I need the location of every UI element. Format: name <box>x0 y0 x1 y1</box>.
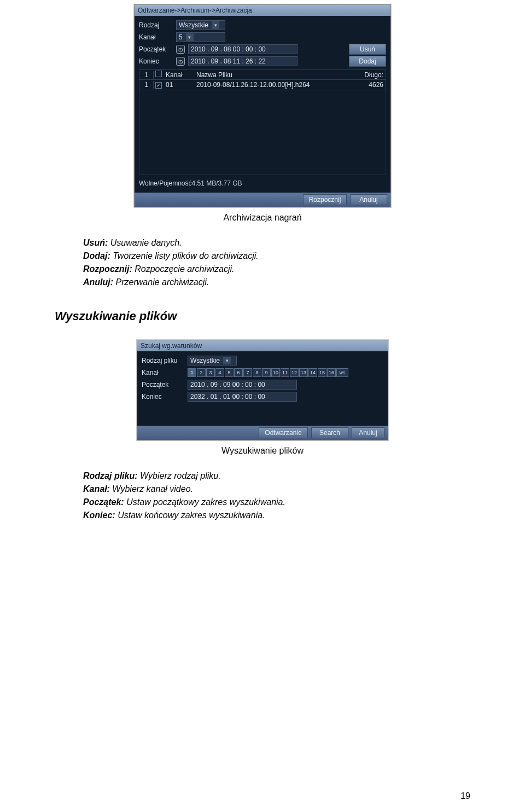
def-rodzaj-val: Wybierz rodzaj pliku. <box>140 471 221 480</box>
channel-button[interactable]: 4 <box>215 368 224 377</box>
def-koniec-val: Ustaw końcowy zakres wyszukiwania. <box>118 511 265 520</box>
kanal-value: 5 <box>179 33 183 41</box>
def-kanal-val: Wybierz kanał video. <box>112 484 193 494</box>
rozpocznij-button[interactable]: Rozpocznij <box>303 194 347 205</box>
poczatek-input[interactable]: 2010 . 09 . 09 00 : 00 : 00 <box>188 380 297 390</box>
def-poczatek-key: Początek: <box>83 497 124 507</box>
channel-button[interactable]: 15 <box>318 368 326 377</box>
table-header: 1 Kanał Nazwa Pliku Długo: <box>139 70 386 80</box>
label-kanal: Kanał <box>139 33 173 41</box>
definitions-2: Rodzaj pliku: Wybierz rodzaj pliku. Kana… <box>83 471 470 520</box>
def-rozpocznij-key: Rozpocznij: <box>83 264 132 274</box>
def-anuluj-val: Przerwanie archiwizacji. <box>116 277 209 287</box>
def-usun-val: Usuwanie danych. <box>110 238 182 247</box>
koniec-input[interactable]: 2032 . 01 . 01 00 : 00 : 00 <box>188 392 297 402</box>
rodzaj-dropdown[interactable]: Wszystkie ▾ <box>176 20 225 30</box>
cell-kanal: 01 <box>164 81 194 89</box>
label-rodzaj: Rodzaj <box>139 21 173 29</box>
def-poczatek-val: Ustaw początkowy zakres wyszukiwania. <box>126 497 285 507</box>
def-rozpocznij-val: Rozpoczęcie archiwizacji. <box>135 264 234 274</box>
search-window: Szukaj wg.warunków Rodzaj pliku Wszystki… <box>137 340 388 440</box>
channel-selector: 1 2 3 4 5 6 7 8 9 10 11 12 13 14 15 16 w… <box>188 368 348 377</box>
channel-button[interactable]: 12 <box>290 368 299 377</box>
cell-dlugo: 4626 <box>358 81 386 89</box>
channel-button[interactable]: 16 <box>327 368 336 377</box>
titlebar: Szukaj wg.warunków <box>137 340 388 351</box>
anuluj-button[interactable]: Anuluj <box>352 427 384 438</box>
dodaj-button[interactable]: Dodaj <box>349 56 386 67</box>
caption-wyszukiwanie: Wyszukiwanie plików <box>55 446 470 456</box>
rodzaj-pliku-dropdown[interactable]: Wszystkie ▾ <box>188 356 237 366</box>
def-anuluj-key: Anuluj: <box>83 277 113 287</box>
channel-button[interactable]: 9 <box>262 368 271 377</box>
col-nazwa: Nazwa Pliku <box>194 71 358 79</box>
channel-button[interactable]: 7 <box>243 368 252 377</box>
label-koniec: Koniec <box>142 393 184 401</box>
label-rodzaj-pliku: Rodzaj pliku <box>142 357 184 364</box>
col-n: 1 <box>139 71 154 79</box>
chevron-down-icon: ▾ <box>223 357 231 364</box>
channel-button[interactable]: ws <box>336 368 348 377</box>
table-blank <box>139 90 386 175</box>
cell-nazwa: 2010-09-08/11.26.12-12.00.00[H].h264 <box>194 81 358 89</box>
definitions-1: Usuń: Usuwanie danych. Dodaj: Tworzenie … <box>83 238 470 287</box>
channel-button[interactable]: 11 <box>281 368 289 377</box>
caption-archiwizacja: Archiwizacja nagrań <box>55 213 470 223</box>
def-rodzaj-key: Rodzaj pliku: <box>83 471 138 480</box>
checkbox-all[interactable] <box>155 71 162 77</box>
status-text: Wolne/Pojemność4.51 MB/3.77 GB <box>139 178 386 188</box>
file-table: 1 Kanał Nazwa Pliku Długo: 1 ✓ 01 2010-0… <box>139 69 386 90</box>
archive-window: Odtwarzanie->Archiwum->Archiwizacja Rodz… <box>134 4 391 207</box>
chevron-down-icon: ▾ <box>186 33 194 41</box>
label-kanal: Kanał <box>142 369 184 376</box>
window-footer: Rozpocznij Anuluj <box>135 193 390 207</box>
anuluj-button[interactable]: Anuluj <box>350 194 387 205</box>
table-row[interactable]: 1 ✓ 01 2010-09-08/11.26.12-12.00.00[H].h… <box>139 80 386 90</box>
def-koniec-key: Koniec: <box>83 511 115 520</box>
checkbox-row[interactable]: ✓ <box>155 82 162 89</box>
poczatek-input[interactable]: 2010 . 09 . 08 00 : 00 : 00 <box>188 44 298 54</box>
channel-button[interactable]: 8 <box>253 368 261 377</box>
clock-icon[interactable]: ◷ <box>176 45 185 54</box>
cell-n: 1 <box>139 81 154 89</box>
rodzaj-value: Wszystkie <box>179 21 208 29</box>
chevron-down-icon: ▾ <box>212 21 219 29</box>
page-number: 19 <box>460 791 470 801</box>
col-kanal: Kanał <box>164 71 194 79</box>
channel-button[interactable]: 2 <box>197 368 206 377</box>
channel-button[interactable]: 13 <box>299 368 308 377</box>
def-dodaj-val: Tworzenie listy plików do archiwizacji. <box>113 251 258 260</box>
def-usun-key: Usuń: <box>83 238 108 247</box>
channel-button[interactable]: 6 <box>234 368 243 377</box>
koniec-input[interactable]: 2010 . 09 . 08 11 : 26 : 22 <box>188 56 298 66</box>
channel-button[interactable]: 10 <box>271 368 280 377</box>
col-dlugo: Długo: <box>358 71 386 79</box>
search-button[interactable]: Search <box>311 427 348 438</box>
kanal-dropdown[interactable]: 5 ▾ <box>176 32 225 42</box>
channel-button[interactable]: 5 <box>225 368 234 377</box>
usun-button[interactable]: Usuń <box>349 44 386 55</box>
label-koniec: Koniec <box>139 57 173 65</box>
section-heading: Wyszukiwanie plików <box>55 309 470 323</box>
rodzaj-pliku-value: Wszystkie <box>190 357 220 364</box>
titlebar: Odtwarzanie->Archiwum->Archiwizacja <box>135 5 390 16</box>
label-poczatek: Początek <box>139 45 173 53</box>
def-kanal-key: Kanał: <box>83 484 110 494</box>
window-footer: Odtwarzanie Search Anuluj <box>137 426 388 440</box>
channel-button[interactable]: 3 <box>206 368 215 377</box>
odtwarzanie-button[interactable]: Odtwarzanie <box>259 427 308 438</box>
channel-button[interactable]: 1 <box>188 368 196 377</box>
def-dodaj-key: Dodaj: <box>83 251 110 260</box>
clock-icon[interactable]: ◷ <box>176 57 185 66</box>
label-poczatek: Początek <box>142 381 184 388</box>
channel-button[interactable]: 14 <box>308 368 317 377</box>
